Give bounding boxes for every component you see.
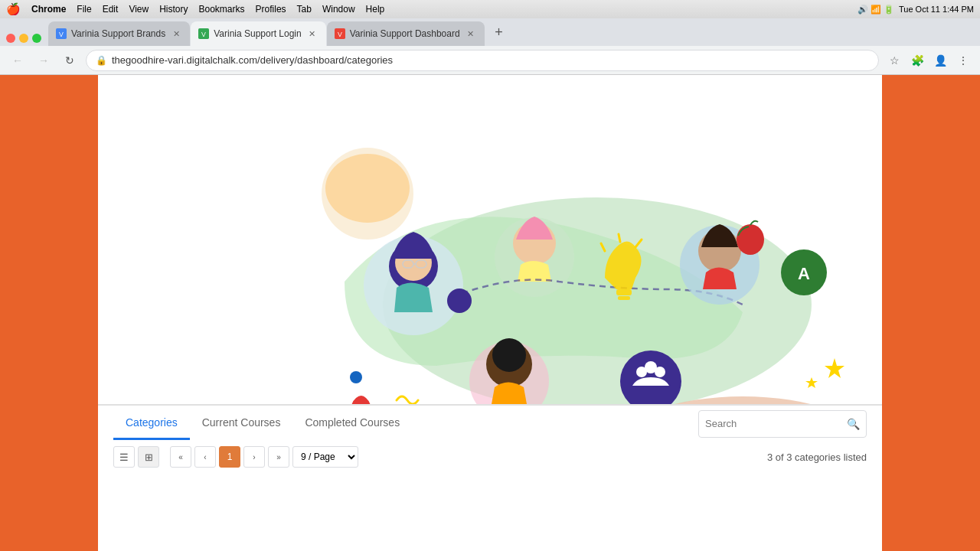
next-page-btn[interactable]: › — [243, 446, 265, 468]
pagination-bar: ☰ ⊞ « ‹ 1 › » 9 / Page 18 / Page 27 / Pa… — [98, 442, 882, 472]
view-menu[interactable]: View — [129, 4, 149, 15]
refresh-btn[interactable]: ↻ — [60, 51, 80, 70]
tab-completed-courses[interactable]: Completed Courses — [292, 407, 412, 440]
search-area: 🔍 — [698, 410, 867, 438]
url-text: thegoodhire-vari.digitalchalk.com/delive… — [112, 54, 869, 66]
hero-illustration: A — [98, 75, 882, 404]
last-page-btn[interactable]: » — [268, 446, 289, 468]
bottom-section: Categories Current Courses Completed Cou… — [98, 404, 882, 472]
edit-menu[interactable]: Edit — [103, 4, 119, 15]
left-sidebar — [0, 75, 98, 551]
history-menu[interactable]: History — [159, 4, 188, 15]
center-content: A — [98, 75, 882, 551]
address-bar-right: ☆ 🧩 👤 ⋮ — [885, 51, 972, 70]
search-input-wrap[interactable]: 🔍 — [698, 410, 867, 438]
extension-icon[interactable]: 🧩 — [908, 51, 926, 70]
url-bar[interactable]: 🔒 thegoodhire-vari.digitalchalk.com/deli… — [86, 50, 879, 71]
svg-line-21 — [619, 234, 620, 242]
tab3-title: Varinia Support Dashboard — [350, 28, 460, 39]
svg-point-30 — [492, 338, 526, 372]
tab2-favicon: V — [198, 28, 209, 39]
forward-btn[interactable]: → — [34, 51, 54, 70]
svg-point-15 — [447, 289, 472, 313]
results-count: 3 of 3 categories listed — [767, 452, 867, 463]
apple-menu[interactable]: 🍎 — [6, 2, 21, 16]
tab3-favicon: V — [335, 28, 345, 39]
tab2-title: Varinia Support Login — [214, 28, 302, 39]
bookmarks-menu[interactable]: Bookmarks — [199, 4, 245, 15]
svg-marker-35 — [825, 358, 844, 378]
svg-rect-18 — [616, 289, 632, 295]
svg-point-38 — [325, 154, 410, 223]
search-input[interactable] — [705, 418, 847, 429]
tab-varinia-dashboard[interactable]: V Varinia Support Dashboard ✕ — [327, 21, 485, 46]
tab1-close[interactable]: ✕ — [170, 28, 182, 40]
menubar-icons: 🔊 📶 🔋 — [858, 5, 894, 15]
tab-menu[interactable]: Tab — [297, 4, 312, 15]
svg-marker-36 — [805, 377, 818, 388]
svg-text:V: V — [201, 31, 206, 38]
tab-varinia-brands[interactable]: V Varinia Support Brands ✕ — [48, 21, 190, 46]
tab-varinia-login[interactable]: V Varinia Support Login ✕ — [191, 21, 326, 46]
svg-point-37 — [350, 371, 362, 383]
app-name-menu[interactable]: Chrome — [31, 4, 66, 15]
file-menu[interactable]: File — [77, 4, 91, 15]
prev-page-btn[interactable]: ‹ — [194, 446, 216, 468]
new-tab-btn[interactable]: + — [488, 21, 510, 43]
tab-bar: V Varinia Support Brands ✕ V Varinia Sup… — [0, 18, 980, 46]
profiles-menu[interactable]: Profiles — [256, 4, 286, 15]
lock-icon: 🔒 — [96, 55, 107, 66]
search-icon[interactable]: 🔍 — [847, 418, 860, 430]
page-1-btn[interactable]: 1 — [219, 446, 240, 468]
menubar-time: Tue Oct 11 1:44 PM — [899, 5, 974, 14]
close-window-btn[interactable] — [6, 34, 15, 43]
tab-current-courses[interactable]: Current Courses — [190, 407, 293, 440]
minimize-window-btn[interactable] — [19, 34, 28, 43]
maximize-window-btn[interactable] — [32, 34, 41, 43]
address-bar: ← → ↻ 🔒 thegoodhire-vari.digitalchalk.co… — [0, 46, 980, 75]
svg-text:A: A — [798, 264, 810, 283]
mac-menubar: 🍎 Chrome File Edit View History Bookmark… — [0, 0, 980, 18]
tab1-favicon: V — [56, 28, 67, 39]
tab1-title: Varinia Support Brands — [71, 28, 165, 39]
tab2-close[interactable]: ✕ — [306, 28, 318, 40]
hero-svg: A — [98, 75, 882, 404]
main-area: A — [0, 75, 980, 551]
svg-text:V: V — [59, 31, 64, 38]
browser-chrome: V Varinia Support Brands ✕ V Varinia Sup… — [0, 18, 980, 75]
list-view-btn[interactable]: ☰ — [113, 446, 135, 468]
tab-categories[interactable]: Categories — [113, 407, 190, 440]
per-page-select[interactable]: 9 / Page 18 / Page 27 / Page — [292, 446, 358, 468]
svg-text:V: V — [338, 31, 342, 38]
svg-point-34 — [655, 367, 665, 377]
menu-icon[interactable]: ⋮ — [954, 51, 972, 70]
tab3-close[interactable]: ✕ — [465, 28, 477, 40]
back-btn[interactable]: ← — [8, 51, 28, 70]
grid-view-btn[interactable]: ⊞ — [138, 446, 159, 468]
right-sidebar — [882, 75, 980, 551]
bookmark-star-icon[interactable]: ☆ — [885, 51, 903, 70]
bottom-tabs-bar: Categories Current Courses Completed Cou… — [98, 405, 882, 442]
window-menu[interactable]: Window — [322, 4, 355, 15]
first-page-btn[interactable]: « — [170, 446, 191, 468]
help-menu[interactable]: Help — [366, 4, 385, 15]
menubar-right-icons: 🔊 📶 🔋 Tue Oct 11 1:44 PM — [858, 5, 974, 15]
svg-rect-19 — [618, 296, 630, 300]
profile-icon[interactable]: 👤 — [931, 51, 949, 70]
svg-point-25 — [737, 224, 764, 255]
